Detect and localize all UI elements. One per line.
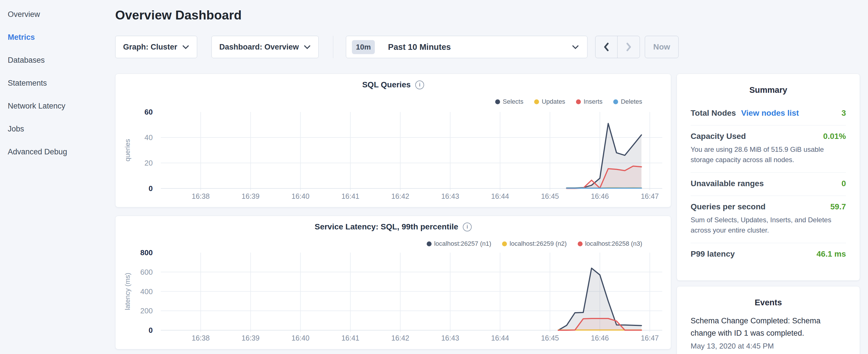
- overview-dashboard-page: { "sidebar": { "items": [ { "label": "Ov…: [0, 0, 868, 354]
- svg-text:0: 0: [149, 326, 153, 334]
- svg-text:16:38: 16:38: [192, 192, 210, 200]
- chevron-left-icon: [604, 43, 609, 51]
- svg-text:queries: queries: [124, 139, 131, 162]
- summary-row: P99 latency46.1 ms: [691, 243, 846, 266]
- svg-text:16:47: 16:47: [641, 192, 659, 200]
- summary-panel: Summary Total NodesView nodes list3Capac…: [677, 74, 860, 281]
- time-range-badge: 10m: [352, 40, 375, 54]
- service-latency-chart: 16:3816:3916:4016:4116:4216:4316:4416:45…: [116, 216, 672, 350]
- chevron-down-icon: [182, 45, 189, 49]
- sidebar-item-advanced-debug[interactable]: Advanced Debug: [0, 140, 115, 163]
- dashboard-label: Dashboard: Overview: [219, 43, 299, 52]
- summary-value: 3: [841, 108, 846, 118]
- graph-scope-label: Graph: Cluster: [123, 43, 177, 52]
- summary-row: Queries per second59.7Sum of Selects, Up…: [691, 196, 846, 243]
- summary-label: P99 latency: [691, 250, 735, 259]
- time-step-buttons: [595, 36, 640, 58]
- dashboard-dropdown[interactable]: Dashboard: Overview: [212, 36, 319, 58]
- svg-text:600: 600: [141, 268, 153, 277]
- summary-value: 46.1 ms: [816, 250, 846, 259]
- summary-label: Unavailable ranges: [691, 179, 764, 188]
- graph-scope-dropdown[interactable]: Graph: Cluster: [115, 36, 197, 58]
- summary-label: Queries per second: [691, 202, 766, 212]
- svg-text:16:45: 16:45: [541, 334, 559, 342]
- svg-text:16:39: 16:39: [242, 192, 260, 200]
- chevron-right-icon: [626, 43, 631, 51]
- summary-label: Capacity Used: [691, 132, 746, 141]
- sidebar-item-network-latency[interactable]: Network Latency: [0, 95, 115, 118]
- event-message[interactable]: Schema Change Completed: Schema change w…: [691, 315, 846, 340]
- time-prev-button[interactable]: [595, 36, 618, 58]
- page-title: Overview Dashboard: [115, 8, 242, 22]
- chevron-down-icon: [304, 45, 311, 49]
- sidebar-item-statements[interactable]: Statements: [0, 72, 115, 95]
- time-next-button[interactable]: [618, 36, 640, 58]
- svg-text:16:44: 16:44: [491, 192, 509, 200]
- svg-text:16:40: 16:40: [291, 192, 309, 200]
- sidebar-item-databases[interactable]: Databases: [0, 49, 115, 72]
- svg-text:latency (ms): latency (ms): [124, 273, 131, 310]
- svg-text:60: 60: [145, 108, 153, 116]
- summary-row: Total NodesView nodes list3: [691, 102, 846, 125]
- event-timestamp: May 13, 2020 at 4:45 PM: [691, 342, 846, 351]
- svg-text:16:41: 16:41: [341, 334, 359, 342]
- sql-queries-card: SQL Queries i SelectsUpdatesInsertsDelet…: [115, 74, 671, 207]
- summary-value: 59.7: [831, 202, 846, 212]
- events-title: Events: [677, 286, 860, 307]
- events-panel: Events Schema Change Completed: Schema c…: [677, 286, 860, 354]
- svg-text:200: 200: [141, 307, 153, 315]
- svg-text:16:43: 16:43: [441, 192, 459, 200]
- svg-text:16:41: 16:41: [341, 192, 359, 200]
- sidebar-item-overview[interactable]: Overview: [0, 3, 115, 26]
- svg-text:0: 0: [149, 184, 153, 193]
- svg-text:16:47: 16:47: [641, 334, 659, 342]
- summary-description: Sum of Selects, Updates, Inserts, and De…: [691, 215, 846, 235]
- time-range-dropdown[interactable]: 10m Past 10 Minutes: [346, 36, 587, 58]
- svg-text:20: 20: [145, 159, 153, 167]
- svg-text:16:44: 16:44: [491, 334, 509, 342]
- svg-text:400: 400: [141, 287, 153, 296]
- summary-value: 0: [841, 179, 846, 188]
- sidebar-nav: OverviewMetricsDatabasesStatementsNetwor…: [0, 0, 115, 354]
- sidebar-item-jobs[interactable]: Jobs: [0, 118, 115, 140]
- controls-divider: [333, 36, 333, 58]
- svg-text:16:43: 16:43: [441, 334, 459, 342]
- svg-text:16:39: 16:39: [242, 334, 260, 342]
- sidebar-item-metrics[interactable]: Metrics: [0, 26, 115, 49]
- summary-row: Unavailable ranges0: [691, 173, 846, 196]
- view-nodes-link[interactable]: View nodes list: [741, 108, 799, 118]
- service-latency-card: Service Latency: SQL, 99th percentile i …: [115, 216, 671, 349]
- svg-text:16:46: 16:46: [591, 334, 609, 342]
- svg-text:40: 40: [145, 133, 153, 142]
- time-range-label: Past 10 Minutes: [388, 42, 451, 52]
- svg-text:16:42: 16:42: [392, 192, 409, 200]
- summary-description: You are using 28.6 MiB of 515.9 GiB usab…: [691, 144, 846, 165]
- svg-text:16:40: 16:40: [291, 334, 309, 342]
- svg-text:16:42: 16:42: [392, 334, 409, 342]
- now-button[interactable]: Now: [645, 36, 679, 58]
- summary-value: 0.01%: [823, 132, 846, 141]
- summary-label: Total Nodes: [691, 108, 736, 118]
- sql-queries-chart: 16:3816:3916:4016:4116:4216:4316:4416:45…: [116, 74, 672, 207]
- svg-text:800: 800: [141, 248, 153, 257]
- chevron-down-icon: [572, 45, 579, 49]
- summary-row: Capacity Used0.01%You are using 28.6 MiB…: [691, 125, 846, 173]
- svg-text:16:46: 16:46: [591, 192, 609, 200]
- svg-text:16:45: 16:45: [541, 192, 559, 200]
- svg-text:16:38: 16:38: [192, 334, 210, 342]
- summary-title: Summary: [677, 74, 860, 95]
